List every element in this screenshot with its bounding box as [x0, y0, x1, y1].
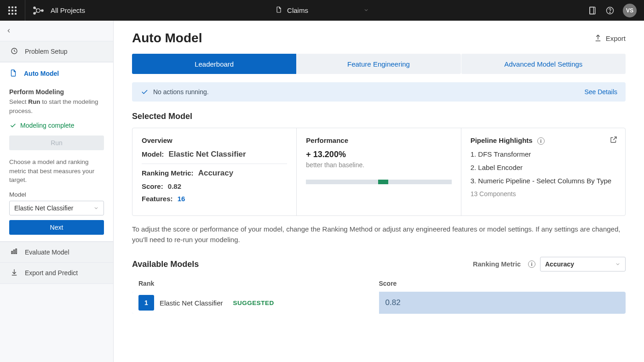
document-switcher[interactable]: Claims — [275, 6, 369, 15]
svg-point-2 — [34, 12, 35, 14]
available-models-header: Rank Score — [132, 275, 626, 292]
ranking-metric-select[interactable]: Accuracy — [540, 257, 626, 272]
chevron-down-icon — [615, 261, 621, 267]
run-button: Run — [9, 136, 104, 150]
pipeline-item: 1. DFS Transformer — [471, 150, 616, 158]
model-row-score: 0.82 — [379, 298, 626, 307]
model-select-value: Elastic Net Classifier — [14, 204, 73, 212]
upload-icon — [594, 34, 602, 42]
sidebar-item-evaluate-model[interactable]: Evaluate Model — [0, 242, 113, 263]
features-link[interactable]: 16 — [178, 195, 185, 203]
next-button[interactable]: Next — [9, 220, 104, 235]
overview-model: Model: Elastic Net Classifier — [142, 150, 287, 159]
svg-line-5 — [35, 11, 37, 13]
sidebar-item-label: Problem Setup — [25, 48, 68, 55]
document-icon — [9, 69, 17, 79]
tab-leaderboard[interactable]: Leaderboard — [132, 54, 296, 74]
svg-point-1 — [34, 7, 35, 9]
chevron-down-icon — [93, 205, 99, 211]
performance-title: Performance — [306, 136, 451, 144]
tab-feature-engineering[interactable]: Feature Engineering — [296, 54, 460, 74]
tab-advanced-settings[interactable]: Advanced Model Settings — [461, 54, 626, 74]
sidebar-item-export-predict[interactable]: Export and Predict — [0, 263, 113, 284]
help-icon[interactable] — [605, 6, 615, 15]
app-launcher-icon[interactable] — [0, 0, 25, 21]
see-details-link[interactable]: See Details — [584, 88, 617, 96]
overview-score: Score: 0.82 — [142, 182, 287, 190]
all-projects-link[interactable]: All Projects — [51, 6, 85, 14]
performance-bar — [306, 180, 451, 184]
svg-rect-14 — [16, 249, 17, 254]
adjust-note: To adjust the score or performance of yo… — [132, 224, 626, 245]
main-content: Auto Model Export Leaderboard Feature En… — [114, 21, 644, 362]
sidebar-item-problem-setup[interactable]: Problem Setup — [0, 41, 113, 62]
model-field-label: Model — [9, 191, 104, 198]
check-icon — [140, 88, 149, 96]
actions-status-text: No actions running. — [153, 88, 209, 96]
perform-modeling-heading: Perform Modeling — [9, 88, 104, 96]
performance-subtext: better than baseline. — [306, 161, 451, 169]
svg-rect-13 — [14, 250, 15, 254]
col-score: Score — [379, 280, 620, 287]
suggested-tag: SUGGESTED — [233, 300, 274, 306]
global-topbar: All Projects Claims VS — [0, 0, 644, 21]
available-models-heading: Available Models — [132, 260, 199, 269]
grid-dots-icon — [8, 6, 17, 15]
col-rank: Rank — [138, 280, 379, 287]
document-icon — [275, 6, 282, 15]
sidebar-item-auto-model[interactable]: Auto Model — [9, 64, 104, 83]
document-name: Claims — [287, 6, 308, 14]
ranking-metric-value: Accuracy — [545, 260, 574, 268]
clock-icon — [10, 47, 18, 57]
performance-delta: + 13.200% — [306, 150, 451, 159]
avatar[interactable]: VS — [623, 4, 637, 17]
overview-title: Overview — [142, 136, 287, 144]
actions-status-bar: No actions running. See Details — [132, 82, 626, 102]
svg-point-10 — [610, 12, 610, 12]
selected-model-heading: Selected Model — [132, 112, 626, 121]
chart-icon — [10, 247, 18, 257]
svg-line-4 — [35, 8, 37, 10]
svg-rect-7 — [590, 7, 595, 14]
sidebar-item-label: Evaluate Model — [25, 249, 69, 256]
chevron-down-icon — [363, 6, 369, 14]
check-icon — [9, 122, 17, 129]
automodel-tabs: Leaderboard Feature Engineering Advanced… — [132, 54, 626, 74]
model-select[interactable]: Elastic Net Classifier — [9, 201, 104, 215]
docs-icon[interactable] — [588, 6, 597, 15]
sidebar-item-label: Export and Predict — [25, 269, 78, 277]
pipeline-item: 3. Numeric Pipeline - Select Columns By … — [471, 177, 616, 185]
svg-rect-12 — [12, 251, 12, 254]
page-title: Auto Model — [132, 31, 202, 45]
info-icon[interactable]: i — [537, 137, 545, 145]
model-row-name: Elastic Net Classifier — [160, 299, 223, 307]
open-external-icon[interactable] — [610, 136, 618, 145]
perform-modeling-help: Select Run to start the modeling process… — [9, 97, 104, 115]
pipeline-item: 2. Label Encoder — [471, 164, 616, 171]
ranking-metric-label: Ranking Metric — [473, 260, 521, 268]
model-row[interactable]: 1 Elastic Net Classifier SUGGESTED 0.82 — [132, 292, 626, 314]
choose-model-help: Choose a model and ranking metric that b… — [9, 158, 104, 185]
svg-rect-8 — [590, 7, 593, 14]
overview-features: Features: 16 — [142, 195, 287, 203]
export-button[interactable]: Export — [594, 34, 626, 42]
pipeline-list: 1. DFS Transformer 2. Label Encoder 3. N… — [471, 150, 616, 185]
info-icon[interactable]: i — [528, 260, 535, 268]
collapse-sidebar[interactable] — [0, 21, 113, 41]
sidebar-item-label: Auto Model — [24, 70, 59, 77]
download-icon — [10, 268, 18, 278]
pipeline-components-count: 13 Components — [471, 190, 616, 198]
workflow-sidebar: Problem Setup Auto Model Perform Modelin… — [0, 21, 114, 362]
modeling-complete-status: Modeling complete — [9, 122, 104, 129]
pipeline-title: Pipeline Highlights i — [471, 136, 616, 145]
svg-point-3 — [41, 10, 43, 11]
selected-model-card: Overview Model: Elastic Net Classifier R… — [132, 128, 626, 216]
overview-metric: Ranking Metric: Accuracy — [142, 169, 287, 178]
rank-badge: 1 — [138, 295, 154, 311]
brand-icon — [25, 5, 51, 16]
